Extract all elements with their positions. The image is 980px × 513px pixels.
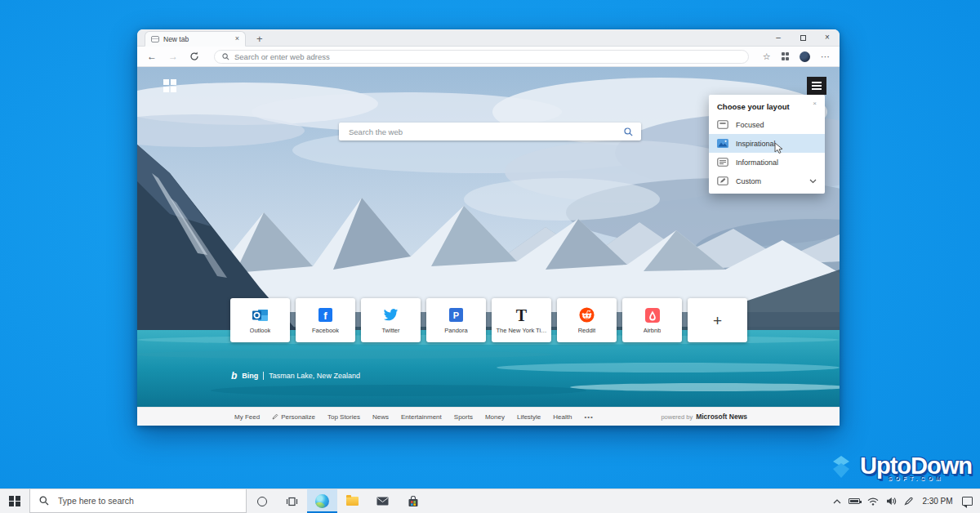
tab-strip: New tab × + – × (137, 29, 840, 47)
close-button[interactable]: × (815, 29, 840, 46)
facebook-icon: f (318, 308, 332, 322)
tab-close-icon[interactable]: × (235, 35, 239, 42)
refresh-icon[interactable] (189, 51, 199, 61)
layout-option-label: Custom (736, 177, 761, 185)
forward-icon: → (168, 51, 178, 61)
hamburger-icon (812, 82, 822, 83)
feed-item-news[interactable]: News (372, 413, 389, 421)
feed-item-sports[interactable]: Sports (454, 413, 473, 421)
feed-item-top-stories[interactable]: Top Stories (327, 413, 360, 421)
feed-item-lifestyle[interactable]: Lifestyle (517, 413, 541, 421)
toolbar-right: ☆ ⋯ (763, 51, 830, 62)
windows-logo-icon (9, 496, 20, 507)
taskbar: 2:30 PM (0, 488, 980, 513)
watermark-brand: UptoDown (860, 454, 972, 478)
tile-add[interactable]: + (688, 298, 747, 342)
volume-icon[interactable] (886, 497, 897, 506)
maximize-button[interactable] (791, 29, 815, 46)
profile-avatar[interactable] (800, 51, 810, 62)
wifi-icon[interactable] (867, 497, 879, 506)
tab-new-tab[interactable]: New tab × (145, 31, 246, 47)
window-controls: – × (766, 29, 840, 46)
cortana-button[interactable] (247, 489, 277, 513)
nyt-icon: T (516, 307, 527, 323)
windows-ink-pen-icon[interactable] (904, 497, 913, 506)
feed-item-money[interactable]: Money (485, 413, 505, 421)
bing-label: Bing (242, 372, 258, 380)
uptodown-watermark: UptoDown SOFT.COM (830, 454, 972, 481)
address-bar[interactable]: Search or enter web adress (214, 50, 749, 64)
newtab-favicon-icon (151, 36, 159, 42)
news-feed-bar: My Feed Personalize Top Stories News Ent… (137, 407, 840, 426)
favorites-star-icon[interactable]: ☆ (763, 52, 771, 61)
task-view-icon (286, 497, 298, 506)
start-button[interactable] (0, 489, 29, 513)
back-icon[interactable]: ← (147, 51, 157, 61)
edge-taskbar-button[interactable] (307, 489, 337, 513)
add-tile-icon: + (713, 313, 722, 328)
feed-more-icon[interactable]: ••• (584, 413, 593, 421)
microsoft-logo-icon[interactable] (163, 79, 176, 92)
layout-option-label: Focused (736, 121, 764, 129)
twitter-icon (383, 307, 399, 323)
tile-outlook[interactable]: Outlook (230, 298, 290, 342)
page-settings-menu-button[interactable] (807, 77, 826, 95)
tab-title: New tab (163, 35, 231, 43)
layout-option-focused[interactable]: Focused (709, 115, 825, 134)
taskbar-clock[interactable]: 2:30 PM (920, 497, 955, 506)
minimize-button[interactable]: – (766, 29, 791, 46)
tile-pandora[interactable]: P Pandora (426, 298, 486, 342)
tile-label: Airbnb (644, 327, 662, 334)
layout-option-custom[interactable]: Custom (709, 172, 825, 190)
layout-option-inspirational[interactable]: Inspirational (709, 134, 825, 153)
photo-caption: Tasman Lake, New Zealand (269, 372, 360, 380)
layout-panel-close-icon[interactable]: × (813, 100, 817, 107)
tile-label: Outlook (250, 327, 271, 334)
web-search-input[interactable] (347, 127, 617, 137)
pencil-icon (272, 413, 278, 420)
layout-option-informational[interactable]: Informational (709, 153, 825, 172)
microsoft-news-brand: Microsoft News (696, 413, 747, 421)
feed-item-my-feed[interactable]: My Feed (234, 413, 260, 421)
photo-credit[interactable]: b Bing Tasman Lake, New Zealand (231, 371, 360, 381)
tile-reddit[interactable]: Reddit (557, 298, 617, 342)
new-tab-button[interactable]: + (256, 33, 263, 44)
powered-by: powered by Microsoft News (661, 413, 747, 421)
reddit-icon (579, 307, 595, 323)
store-button[interactable] (398, 489, 428, 513)
feed-item-health[interactable]: Health (553, 413, 572, 421)
address-placeholder: Search or enter web adress (234, 52, 330, 61)
tile-new-york-times[interactable]: T The New York Ti… (492, 298, 551, 342)
tile-label: Twitter (381, 327, 399, 334)
search-magnifier-icon[interactable] (624, 127, 633, 136)
tile-airbnb[interactable]: Airbnb (622, 298, 682, 342)
file-explorer-button[interactable] (337, 489, 368, 513)
taskbar-search-icon (39, 496, 49, 506)
feed-item-personalize[interactable]: Personalize (272, 413, 315, 421)
feed-item-entertainment[interactable]: Entertainment (401, 413, 442, 421)
airbnb-icon (645, 307, 660, 323)
tile-twitter[interactable]: Twitter (361, 298, 421, 342)
tile-label: The New York Ti… (496, 327, 546, 334)
tray-expand-icon[interactable] (833, 499, 841, 504)
web-search-box[interactable] (339, 123, 641, 141)
tile-facebook[interactable]: f Facebook (296, 298, 355, 342)
top-sites-row: Outlook f Facebook Twitter P Pandora (230, 298, 747, 342)
taskbar-search-box[interactable] (29, 489, 247, 513)
mail-button[interactable] (368, 489, 398, 513)
taskbar-search-input[interactable] (56, 495, 237, 506)
tile-label: Reddit (578, 327, 596, 334)
browser-toolbar: ← → Search or enter web adress ☆ ⋯ (137, 47, 840, 67)
collections-grid-icon[interactable] (782, 52, 790, 60)
chevron-down-icon[interactable] (809, 177, 817, 185)
edge-browser-icon (315, 494, 329, 508)
battery-icon[interactable] (849, 498, 860, 504)
action-center-icon[interactable] (962, 497, 973, 506)
task-view-button[interactable] (277, 489, 307, 513)
settings-more-icon[interactable]: ⋯ (821, 52, 830, 61)
outlook-icon (252, 307, 269, 323)
pandora-icon: P (449, 308, 463, 322)
browser-window: New tab × + – × ← → Search or (137, 29, 840, 426)
desktop: New tab × + – × ← → Search or (0, 0, 980, 513)
layout-option-label: Informational (736, 158, 778, 167)
